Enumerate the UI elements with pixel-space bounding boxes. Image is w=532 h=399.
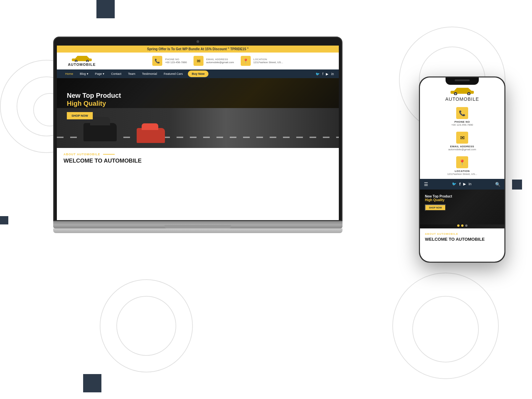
phone-youtube-icon[interactable]: ▶ bbox=[463, 182, 466, 187]
nav-testimonial[interactable]: Testimonial bbox=[139, 69, 160, 78]
facebook-icon[interactable]: f bbox=[322, 72, 323, 76]
contact-email-text: EMAIL ADDRESS automobile@gmail.com bbox=[206, 58, 234, 64]
email-label: EMAIL ADDRESS bbox=[206, 58, 234, 61]
site-header: AUTOMOBILE 📞 PHONE NO +00 123-456-7890 bbox=[57, 53, 339, 69]
hamburger-icon[interactable]: ☰ bbox=[424, 182, 428, 187]
laptop-base bbox=[53, 221, 342, 228]
phone-twitter-icon[interactable]: 🐦 bbox=[452, 182, 457, 187]
phone-email-icon-box: ✉ bbox=[456, 132, 468, 144]
location-label: LOCATION bbox=[253, 58, 283, 61]
phone-speaker bbox=[455, 79, 470, 81]
phone-email-label: EMAIL ADDRESS bbox=[427, 145, 498, 148]
phone-contact-phone: 📞 PHONE NO +00 123-456-7890 bbox=[420, 105, 504, 130]
dot-2[interactable] bbox=[461, 224, 464, 227]
hero-car-2 bbox=[137, 128, 165, 143]
email-icon-box: ✉ bbox=[194, 56, 203, 66]
phone-icon-box: 📞 bbox=[152, 56, 162, 66]
dot-1[interactable] bbox=[457, 224, 460, 227]
phone-logo-text: AUTOMOBILE bbox=[425, 96, 499, 102]
deco-square-4 bbox=[83, 374, 101, 392]
nav-social-links: 🐦 f ▶ in bbox=[316, 72, 334, 76]
phone-hero-section: New Top Product High Quality SHOP NOW bbox=[420, 190, 504, 224]
hero-title-highlight: Quality bbox=[83, 100, 106, 107]
hero-section: New Top Product High Quality SHOP NOW bbox=[57, 78, 339, 148]
location-icon-box: 📍 bbox=[241, 56, 251, 66]
phone-device: AUTOMOBILE 📞 PHONE NO +00 123-456-7890 ✉… bbox=[419, 76, 505, 263]
phone-phone-label: PHONE NO bbox=[427, 120, 498, 123]
laptop-screen: Spring Offer Is To Get WP Bundle At 15% … bbox=[57, 46, 339, 220]
contact-location: 📍 LOCATION 123,Fashion Street, US... bbox=[241, 56, 283, 66]
deco-square-1 bbox=[96, 0, 115, 18]
phone-label: PHONE NO bbox=[165, 58, 187, 61]
phone-phone-icon-box: 📞 bbox=[456, 107, 468, 119]
logo-auto: AUTO bbox=[68, 63, 79, 66]
phone-contact-email: ✉ EMAIL ADDRESS automobile@gmail.com bbox=[420, 130, 504, 154]
logo-text: AUTOMOBILE bbox=[62, 63, 102, 66]
youtube-icon[interactable]: ▶ bbox=[326, 72, 329, 76]
logo-mobile: MOBILE bbox=[79, 63, 96, 66]
deco-circle-8 bbox=[392, 273, 499, 379]
nav-buy-now[interactable]: Buy Now bbox=[188, 70, 209, 77]
phone-hero-highlight: Quality bbox=[433, 198, 445, 202]
deco-circle-7 bbox=[116, 296, 176, 356]
phone-hero-line1: New Top Product bbox=[425, 195, 452, 198]
nav-page[interactable]: Page ▾ bbox=[92, 69, 108, 78]
contact-items: 📞 PHONE NO +00 123-456-7890 ✉ EMAIL ADDR… bbox=[102, 56, 334, 66]
svg-rect-0 bbox=[72, 59, 92, 61]
deco-circle-9 bbox=[412, 296, 479, 362]
svg-point-8 bbox=[455, 93, 457, 95]
phone-facebook-icon[interactable]: f bbox=[459, 182, 461, 187]
phone-hero-line2: High Quality bbox=[425, 198, 452, 202]
phone-value: +00 123-456-7890 bbox=[165, 61, 187, 64]
deco-square-2 bbox=[512, 180, 522, 190]
about-title: WELCOME TO AUTOMOBILE bbox=[64, 158, 332, 164]
banner-text: Spring Offer Is To Get WP Bundle At 15% … bbox=[147, 47, 248, 51]
location-value: 123,Fashion Street, US... bbox=[253, 61, 283, 64]
laptop-foot bbox=[53, 228, 342, 233]
phone-notch bbox=[446, 77, 479, 85]
contact-phone-text: PHONE NO +00 123-456-7890 bbox=[165, 58, 187, 64]
laptop-device: Spring Offer Is To Get WP Bundle At 15% … bbox=[53, 37, 342, 243]
phone-location-label: LOCATION bbox=[427, 170, 498, 173]
phone-about-section: ABOUT AUTOMOBILE WELCOME TO AUTOMOBILE bbox=[420, 228, 504, 246]
phone-location-icon-box: 📍 bbox=[456, 156, 468, 168]
nav-featured-cars[interactable]: Featured Cars bbox=[160, 69, 186, 78]
site-logo: AUTOMOBILE bbox=[62, 55, 102, 66]
laptop-body: Spring Offer Is To Get WP Bundle At 15% … bbox=[53, 37, 342, 221]
phone-nav: ☰ 🐦 f ▶ in 🔍 bbox=[420, 179, 504, 190]
linkedin-icon[interactable]: in bbox=[331, 72, 334, 76]
phone-location-value: 123,Fashion Street, US... bbox=[427, 173, 498, 176]
nav-home[interactable]: Home bbox=[62, 69, 76, 78]
phone-screen: AUTOMOBILE 📞 PHONE NO +00 123-456-7890 ✉… bbox=[420, 77, 504, 262]
contact-phone: 📞 PHONE NO +00 123-456-7890 bbox=[152, 56, 187, 66]
phone-phone-value: +00 123-456-7890 bbox=[427, 123, 498, 126]
phone-contact-location: 📍 LOCATION 123,Fashion Street, US... bbox=[420, 154, 504, 179]
main-scene: Spring Offer Is To Get WP Bundle At 15% … bbox=[0, 0, 532, 399]
contact-location-text: LOCATION 123,Fashion Street, US... bbox=[253, 58, 283, 64]
phone-logo-mobile: MOBILE bbox=[460, 96, 479, 102]
site-banner: Spring Offer Is To Get WP Bundle At 15% … bbox=[57, 46, 339, 53]
nav-blog[interactable]: Blog ▾ bbox=[76, 69, 92, 78]
phone-shop-now-button[interactable]: SHOP NOW bbox=[425, 204, 446, 211]
about-tag: ABOUT AUTOMOBILE bbox=[64, 153, 332, 156]
deco-square-3 bbox=[0, 216, 8, 224]
search-icon[interactable]: 🔍 bbox=[495, 182, 500, 187]
svg-point-3 bbox=[75, 61, 77, 62]
svg-point-9 bbox=[468, 93, 470, 95]
email-value: automobile@gmail.com bbox=[206, 61, 234, 64]
phone-linkedin-icon[interactable]: in bbox=[468, 182, 471, 187]
svg-point-4 bbox=[87, 61, 88, 62]
phone-about-tag: ABOUT AUTOMOBILE bbox=[425, 232, 499, 235]
hero-text: New Top Product High Quality SHOP NOW bbox=[67, 91, 121, 119]
twitter-icon[interactable]: 🐦 bbox=[316, 72, 320, 76]
hero-shop-now-button[interactable]: SHOP NOW bbox=[67, 112, 93, 119]
phone-about-title: WELCOME TO AUTOMOBILE bbox=[425, 237, 499, 242]
logo-car-icon bbox=[70, 55, 93, 62]
hero-car-1 bbox=[83, 123, 117, 141]
dot-3[interactable] bbox=[465, 224, 467, 227]
nav-contact[interactable]: Contact bbox=[108, 69, 125, 78]
phone-email-value: automobile@gmail.com bbox=[427, 148, 498, 151]
nav-team[interactable]: Team bbox=[125, 69, 139, 78]
phone-hero-prefix: High bbox=[425, 198, 433, 202]
hero-title-line2: High Quality bbox=[67, 99, 121, 107]
